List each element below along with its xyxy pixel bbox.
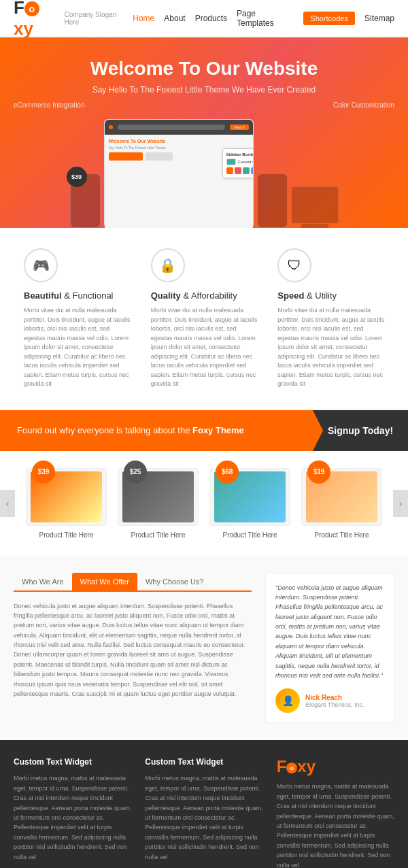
footer-widget-title-1: Custom Text Widget bbox=[14, 757, 131, 767]
banner-text-area: Found out why everyone is talking about … bbox=[0, 410, 313, 451]
author-info: Nick Reach Elegant Themios, Inc. bbox=[305, 694, 364, 708]
banner-message: Found out why everyone is talking about … bbox=[17, 425, 244, 435]
feature-quality: 🔒 Quality & Affordability Morbi vitae du… bbox=[141, 248, 268, 389]
price-badge-product-2: $25 bbox=[124, 461, 147, 484]
author-name: Nick Reach bbox=[305, 694, 364, 701]
feature-text-1: Morbi vitae dui at nulla malesuada portt… bbox=[24, 306, 131, 389]
hero-section: Welcome To Our Website Say Hello To The … bbox=[0, 37, 408, 228]
product-card-2: $25 Product Title Here bbox=[112, 468, 204, 539]
testimonial-text: "Donec vehicula justo et augue aliquam i… bbox=[275, 583, 384, 681]
nav-products[interactable]: Products bbox=[195, 14, 227, 23]
product-image-4: $19 bbox=[301, 468, 382, 526]
price-badge-1: $39 bbox=[67, 167, 87, 187]
banner-cta-area: Signup Today! bbox=[313, 410, 408, 451]
product-title-1: Product Title Here bbox=[26, 531, 107, 539]
footer-widget-2: Custom Text Widget Morbi metus magna, ma… bbox=[145, 757, 262, 868]
price-badge-product-1: $39 bbox=[32, 461, 55, 484]
slider-prev-button[interactable]: ‹ bbox=[0, 490, 15, 517]
tabs-panel: Who We Are What We Offer Why Choose Us? … bbox=[14, 573, 252, 724]
footer-logo: Foxy bbox=[277, 757, 394, 776]
hero-devices: $39 Search Welcome To Our Website Say He… bbox=[14, 119, 394, 228]
logo: Foxy Company Slogan Here bbox=[14, 0, 133, 39]
nav-home[interactable]: Home bbox=[133, 14, 154, 23]
author-company: Elegant Themios, Inc. bbox=[305, 701, 364, 708]
product-title-4: Product Title Here bbox=[301, 531, 382, 539]
product-slider: ‹ $39 Product Title Here $25 Product Tit… bbox=[0, 451, 408, 556]
feature-text-2: Morbi vitae dui at nulla malesuada portt… bbox=[151, 306, 258, 389]
footer-widget-title-2: Custom Text Widget bbox=[145, 757, 262, 767]
testimonial-panel: "Donec vehicula justo et augue aliquam i… bbox=[265, 573, 394, 724]
sidebar-panel-title: Sidebar Border bbox=[226, 152, 253, 156]
logo-o-circle: o bbox=[24, 1, 39, 16]
nav-about[interactable]: About bbox=[164, 14, 185, 23]
feature-icon-lock: 🔒 bbox=[151, 248, 185, 282]
logo-f: F bbox=[14, 0, 24, 18]
product-image-1: $39 bbox=[26, 468, 107, 526]
nav-sitemap[interactable]: Sitemap bbox=[364, 14, 394, 23]
main-nav: Home About Products Page Templates Short… bbox=[133, 9, 394, 28]
nav-page-templates[interactable]: Page Templates bbox=[237, 9, 294, 28]
product-image-2: $25 bbox=[118, 468, 199, 526]
hero-label-left: eCommerce Integration bbox=[14, 101, 85, 109]
testimonial-author: 👤 Nick Reach Elegant Themios, Inc. bbox=[275, 688, 384, 713]
feature-icon-gamepad: 🎮 bbox=[24, 248, 58, 282]
hero-label-right: Color Customization bbox=[333, 101, 394, 109]
product-title-3: Product Title Here bbox=[209, 531, 290, 539]
feature-speed: 🛡 Speed & Utility Morbi vitae dui at nul… bbox=[267, 248, 394, 389]
avatar: 👤 bbox=[275, 688, 300, 713]
device-monitor bbox=[291, 166, 339, 228]
footer-widget-1: Custom Text Widget Morbi metus magna, ma… bbox=[14, 757, 131, 868]
footer-widget-text-3: Morbi metus magna, mattis at malesuada e… bbox=[277, 782, 394, 868]
feature-title-1: Beautiful & Functional bbox=[24, 290, 131, 301]
feature-text-3: Morbi vitae dui at nulla malesuada portt… bbox=[277, 306, 384, 389]
tabs-testimonial-section: Who We Are What We Offer Why Choose Us? … bbox=[0, 556, 408, 741]
sidebar-panel: Sidebar Border Current Col... bbox=[222, 148, 253, 178]
device-main-tablet: Search Welcome To Our Website Say Hello … bbox=[104, 119, 254, 228]
tab-content-text: Donec vehicula justo et augue aliquam in… bbox=[14, 601, 252, 699]
site-header: Foxy Company Slogan Here Home About Prod… bbox=[0, 0, 408, 37]
feature-title-3: Speed & Utility bbox=[277, 290, 384, 301]
product-image-3: $68 bbox=[209, 468, 290, 526]
footer-widget-3: Foxy Morbi metus magna, mattis at malesu… bbox=[277, 757, 394, 868]
hero-labels: eCommerce Integration Color Customizatio… bbox=[14, 101, 394, 109]
price-badge-product-3: $68 bbox=[216, 461, 239, 484]
product-card-3: $68 Product Title Here bbox=[204, 468, 296, 539]
footer-widgets: Custom Text Widget Morbi metus magna, ma… bbox=[0, 740, 408, 868]
cta-banner: Found out why everyone is talking about … bbox=[0, 410, 408, 451]
product-title-2: Product Title Here bbox=[118, 531, 199, 539]
nav-shortcodes[interactable]: Shortcodes bbox=[303, 12, 355, 25]
tab-nav: Who We Are What We Offer Why Choose Us? bbox=[14, 573, 252, 592]
product-card-1: $39 Product Title Here bbox=[20, 468, 112, 539]
logo-rest: xy bbox=[14, 18, 33, 39]
price-badge-product-4: $19 bbox=[307, 461, 330, 484]
logo-tagline: Company Slogan Here bbox=[65, 11, 133, 26]
tab-who-we-are[interactable]: Who We Are bbox=[14, 573, 72, 590]
hero-subtitle: Say Hello To The Foxiest Little Theme We… bbox=[92, 85, 316, 95]
slider-next-button[interactable]: › bbox=[393, 490, 408, 517]
feature-title-2: Quality & Affordability bbox=[151, 290, 258, 301]
device-phone-right bbox=[257, 173, 288, 228]
feature-beautiful: 🎮 Beautiful & Functional Morbi vitae dui… bbox=[14, 248, 141, 389]
product-card-4: $19 Product Title Here bbox=[296, 468, 388, 539]
footer-widget-text-2: Morbi metus magna, mattis at malesuada e… bbox=[145, 773, 262, 862]
footer-widget-text-1: Morbi metus magna, mattis at malesuada e… bbox=[14, 773, 131, 862]
hero-title: Welcome To Our Website bbox=[90, 58, 318, 80]
features-section: 🎮 Beautiful & Functional Morbi vitae dui… bbox=[0, 228, 408, 410]
tab-what-we-offer[interactable]: What We Offer bbox=[72, 573, 137, 590]
feature-icon-shield: 🛡 bbox=[277, 248, 311, 282]
tab-why-choose-us[interactable]: Why Choose Us? bbox=[137, 573, 212, 590]
banner-cta-label[interactable]: Signup Today! bbox=[328, 425, 393, 436]
slider-track: $39 Product Title Here $25 Product Title… bbox=[0, 468, 408, 539]
